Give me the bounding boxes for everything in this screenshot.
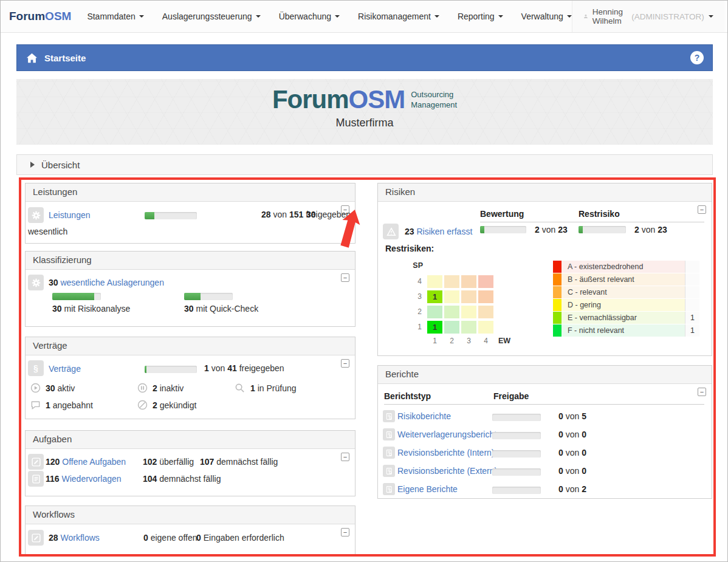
legend-label: A - existenzbedrohend (561, 261, 685, 273)
report-icon (383, 447, 395, 459)
risk-matrix-cell (461, 290, 476, 303)
nav-risikomanagement[interactable]: Risikomanagement (358, 12, 439, 21)
bewertung-bar (480, 226, 526, 233)
risk-matrix-cell (461, 321, 476, 334)
panel-leistungen: Leistungen − Leistungen 28 von 151 freig… (25, 183, 355, 244)
legend-count (685, 286, 699, 298)
breadcrumb-bar: Startseite ? (16, 44, 713, 71)
progress-fill (145, 366, 146, 373)
eigene-berichte-link[interactable]: Eigene Berichte (397, 484, 458, 494)
chevron-down-icon (434, 15, 439, 18)
risk-matrix-cell (478, 275, 493, 288)
legend-swatch (553, 273, 561, 286)
workflows-stat: 28 Workflows (49, 533, 100, 543)
header-divider (384, 404, 704, 405)
revisionsberichte-extern-link[interactable]: Revisionsberichte (Extern) (397, 466, 497, 476)
panel-aufgaben: Aufgaben − 120 Offene Aufgaben 102 überf… (25, 430, 355, 496)
progress-fill (480, 226, 484, 233)
risk-matrix-cell (444, 306, 459, 318)
search-icon (235, 383, 245, 393)
offene-aufgaben: 120 Offene Aufgaben (46, 457, 126, 467)
bericht-row: Risikoberichte 0 von 5 (378, 408, 712, 427)
freigabe-bar (492, 487, 541, 494)
legend-count (685, 273, 699, 286)
nav-auslagerungssteuerung[interactable]: Auslagerungssteuerung (162, 12, 261, 21)
note-icon (28, 471, 44, 487)
app-logo[interactable]: ForumOSM (9, 10, 71, 23)
panel-title: Klassifizierung (26, 252, 355, 270)
pencil-square-icon (28, 530, 44, 546)
risk-matrix-cell (478, 321, 493, 334)
logo-forum: Forum (9, 10, 45, 22)
main-menu: Stammdaten Auslagerungssteuerung Überwac… (87, 12, 571, 21)
risikoanalyse-stat: 30 mit Risikoanalyse (52, 304, 130, 314)
legend-swatch (553, 299, 561, 311)
freigabe-stat: 0 von 0 (558, 430, 586, 439)
user-role: (ADMINISTRATOR) (631, 12, 704, 21)
nav-stammdaten[interactable]: Stammdaten (87, 12, 143, 21)
matrix-y-tick: 1 (412, 321, 425, 334)
legend-swatch (553, 324, 561, 337)
hero-logo: ForumOSM Outsourcing Management (272, 87, 457, 112)
eigene-offen-stat: 0 eigene offen (143, 533, 197, 543)
chevron-down-icon (567, 15, 572, 18)
nav-reporting[interactable]: Reporting (458, 12, 503, 21)
matrix-x-tick: 4 (478, 336, 493, 349)
leistungen-link[interactable]: Leistungen (49, 210, 91, 220)
inaktiv-stat: 2 inaktiv (153, 383, 184, 393)
chevron-down-icon (709, 15, 713, 18)
aktiv-stat: 30 aktiv (46, 383, 75, 393)
quickcheck-stat: 30 mit Quick-Check (184, 304, 258, 314)
panel-title: Berichte (378, 366, 712, 384)
risk-legend: A - existenzbedrohend B - äußerst releva… (553, 261, 699, 337)
uebersicht-accordion[interactable]: Übersicht (16, 154, 713, 175)
risk-warning-icon (383, 224, 399, 239)
collapse-button[interactable]: − (341, 453, 349, 461)
risk-matrix-cell: 1 (427, 321, 442, 334)
collapse-button[interactable]: − (341, 528, 349, 536)
wesentliche-auslagerungen-link[interactable]: wesentliche Auslagerungen (60, 278, 163, 287)
risk-matrix-cell (427, 306, 442, 318)
collapse-button[interactable]: − (698, 388, 706, 396)
risikoberichte-link[interactable]: Risikoberichte (397, 411, 451, 421)
collapse-button[interactable]: − (341, 359, 349, 368)
bericht-row: Revisionsberichte (Intern) 0 von 0 (378, 445, 712, 463)
report-icon (383, 410, 395, 422)
hero-banner: ForumOSM Outsourcing Management Musterfi… (16, 79, 713, 145)
collapse-button[interactable]: − (698, 205, 706, 214)
matrix-x-tick: 1 (427, 336, 442, 349)
quickcheck-bar (184, 293, 233, 300)
bericht-row: Revisionsberichte (Extern) 0 von 0 (378, 463, 712, 481)
panel-title: Verträge (26, 337, 355, 355)
legend-label: C - relevant (561, 286, 685, 298)
risk-matrix-cell (461, 275, 476, 288)
bewertung-stat: 2 von 23 (535, 225, 568, 235)
progress-fill (52, 293, 94, 300)
user-menu[interactable]: Henning Wilhelm (ADMINISTRATOR) (572, 1, 724, 32)
report-icon (383, 465, 395, 477)
legend-row: A - existenzbedrohend (553, 261, 699, 273)
collapse-button[interactable]: − (341, 273, 349, 282)
legend-row: B - äußerst relevant (553, 273, 699, 286)
nav-right-section: Henning Wilhelm (ADMINISTRATOR) (572, 1, 728, 32)
help-button[interactable]: ? (690, 51, 704, 64)
pencil-square-icon (28, 454, 44, 470)
freigabe-bar (492, 450, 541, 457)
vertraege-link[interactable]: Verträge (49, 364, 81, 374)
nav-verwaltung[interactable]: Verwaltung (521, 12, 572, 21)
risk-matrix-cell (478, 290, 493, 303)
wiedervorlagen-link[interactable]: Wiedervorlagen (61, 474, 121, 484)
legend-row: C - relevant (553, 286, 699, 298)
col-header-freigabe: Freigabe (493, 391, 529, 401)
risiken-erfasst-link[interactable]: Risiken erfasst (416, 227, 472, 236)
weiterverlagerungsberichte-link[interactable]: Weiterverlagerungsberichte (397, 430, 501, 439)
home-icon[interactable] (26, 52, 38, 64)
workflows-link[interactable]: Workflows (60, 533, 99, 543)
panel-risiken: Risiken − Bewertung Restrisiko 23 Risike… (377, 183, 712, 356)
chevron-down-icon (498, 15, 503, 18)
released-stat: 1 von 41 freigegeben (204, 363, 284, 373)
nav-ueberwachung[interactable]: Überwachung (279, 12, 340, 21)
revisionsberichte-intern-link[interactable]: Revisionsberichte (Intern) (397, 448, 495, 457)
offene-aufgaben-link[interactable]: Offene Aufgaben (62, 457, 126, 467)
legend-row: D - gering (553, 299, 699, 311)
